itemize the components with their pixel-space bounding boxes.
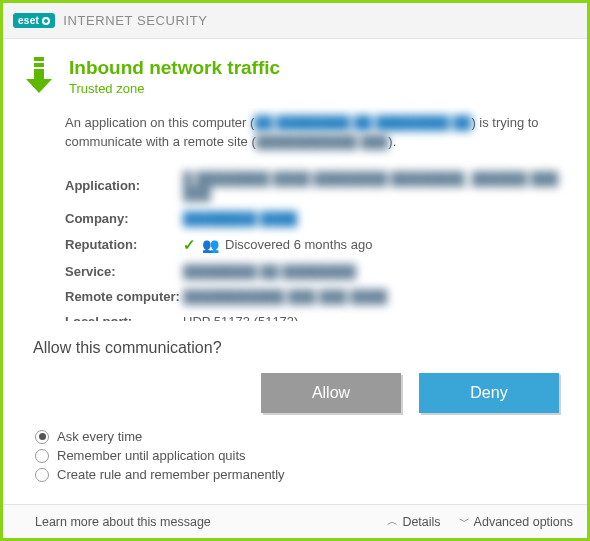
localport-label: Local port: xyxy=(65,309,183,321)
description: An application on this computer (██ ████… xyxy=(65,114,559,152)
dialog-body: An application on this computer (██ ████… xyxy=(3,108,587,321)
action-area: Allow this communication? Allow Deny Ask… xyxy=(3,321,587,504)
company-value: ████████ ████ xyxy=(183,211,297,226)
chevron-down-icon: ﹀ xyxy=(459,514,470,529)
button-row: Allow Deny xyxy=(31,373,559,413)
company-label: Company: xyxy=(65,206,183,231)
radio-label: Remember until application quits xyxy=(57,448,246,463)
application-label: Application: xyxy=(65,166,183,206)
deny-button[interactable]: Deny xyxy=(419,373,559,413)
radio-create-rule[interactable]: Create rule and remember permanently xyxy=(35,467,559,482)
product-name: INTERNET SECURITY xyxy=(63,13,207,28)
reputation-value-row: ✓ 👥 Discovered 6 months ago xyxy=(183,236,559,254)
radio-remember-until-quit[interactable]: Remember until application quits xyxy=(35,448,559,463)
svg-rect-0 xyxy=(34,57,44,61)
allow-button[interactable]: Allow xyxy=(261,373,401,413)
chevron-up-icon: ︿ xyxy=(387,514,398,529)
radio-icon xyxy=(35,468,49,482)
row-localport: Local port: UDP 51173 (51173) xyxy=(65,309,559,321)
brand-text: eset xyxy=(18,15,39,26)
titlebar: eset INTERNET SECURITY xyxy=(3,3,587,39)
community-icon: 👥 xyxy=(202,237,219,253)
svg-rect-1 xyxy=(34,63,44,67)
remember-options: Ask every time Remember until applicatio… xyxy=(31,429,559,494)
radio-ask-every-time[interactable]: Ask every time xyxy=(35,429,559,444)
dialog-title: Inbound network traffic xyxy=(69,57,280,79)
redacted-site: ███████████ ███ xyxy=(256,134,389,149)
remote-label: Remote computer: xyxy=(65,284,183,309)
action-prompt: Allow this communication? xyxy=(33,339,559,357)
service-value: ████████ ██ ████████ xyxy=(183,264,356,279)
checkmark-icon: ✓ xyxy=(183,236,196,254)
details-table: Application: █ ████████ ████ ████████ ██… xyxy=(65,166,559,321)
details-toggle[interactable]: ︿ Details xyxy=(387,514,440,529)
radio-label: Create rule and remember permanently xyxy=(57,467,285,482)
row-service: Service: ████████ ██ ████████ xyxy=(65,259,559,284)
logo-dot-icon xyxy=(42,17,50,25)
row-company: Company: ████████ ████ xyxy=(65,206,559,231)
firewall-dialog: eset INTERNET SECURITY Inbound network t… xyxy=(0,0,590,541)
row-remote: Remote computer: ███████████ ███ ███ ███… xyxy=(65,284,559,309)
remote-value: ███████████ ███ ███ ████ xyxy=(183,289,387,304)
reputation-value: Discovered 6 months ago xyxy=(225,237,372,252)
redacted-app: ██ ████████ ██ ████████ ██ xyxy=(254,115,471,130)
row-reputation: Reputation: ✓ 👥 Discovered 6 months ago xyxy=(65,231,559,259)
reputation-label: Reputation: xyxy=(65,231,183,259)
learn-more-link[interactable]: Learn more about this message xyxy=(35,515,211,529)
zone-label: Trusted zone xyxy=(69,81,280,96)
advanced-toggle[interactable]: ﹀ Advanced options xyxy=(459,514,573,529)
header-text: Inbound network traffic Trusted zone xyxy=(69,57,280,96)
radio-icon xyxy=(35,430,49,444)
localport-value: UDP 51173 (51173) xyxy=(183,309,559,321)
inbound-arrow-icon xyxy=(25,57,53,96)
dialog-header: Inbound network traffic Trusted zone xyxy=(3,39,587,108)
eset-logo: eset xyxy=(13,13,55,28)
dialog-footer: Learn more about this message ︿ Details … xyxy=(3,504,587,538)
radio-label: Ask every time xyxy=(57,429,142,444)
row-application: Application: █ ████████ ████ ████████ ██… xyxy=(65,166,559,206)
service-label: Service: xyxy=(65,259,183,284)
application-value: █ ████████ ████ ████████ ████████_██████… xyxy=(183,171,558,201)
radio-icon xyxy=(35,449,49,463)
